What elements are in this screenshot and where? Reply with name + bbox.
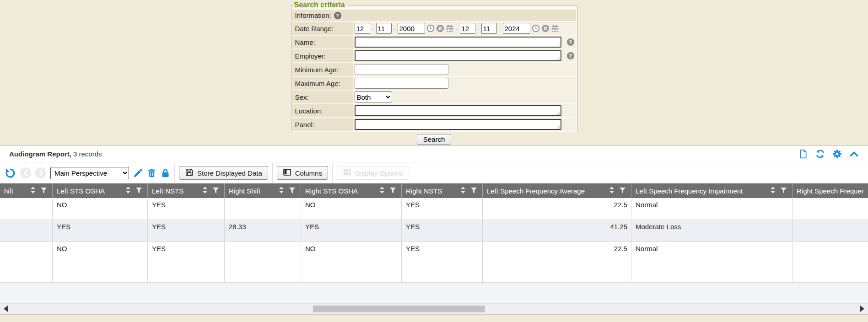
employer-input[interactable]	[355, 50, 561, 61]
clock-icon[interactable]	[532, 24, 540, 32]
filter-icon[interactable]	[136, 187, 142, 195]
column-header[interactable]: Right Speech Frequer	[793, 183, 868, 198]
date-from-year-input[interactable]	[398, 23, 425, 34]
horizontal-scrollbar[interactable]	[0, 303, 868, 314]
information-help-icon[interactable]: ?	[334, 12, 341, 19]
table-row[interactable]: NOYESNOYES22.5Normal	[0, 198, 868, 220]
date-to-day-input[interactable]	[481, 23, 497, 34]
date-range-label: Date Range:	[295, 25, 334, 32]
filter-icon[interactable]	[471, 187, 477, 195]
table-row[interactable]: YESYES28.33YESYES41.25Moderate Loss	[0, 220, 868, 242]
table-body: NOYESNOYES22.5NormalYESYES28.33YESYES41.…	[0, 198, 868, 283]
clear-date-icon[interactable]	[541, 24, 550, 32]
column-header[interactable]: Right Shift	[225, 183, 301, 198]
filter-icon[interactable]	[213, 187, 219, 195]
table-cell: YES	[53, 220, 148, 242]
table-row[interactable]: NOYESNOYES22.5Normal	[0, 242, 868, 283]
clear-date-icon[interactable]	[436, 24, 444, 32]
sort-icon[interactable]	[30, 187, 36, 195]
table-cell: 28.33	[225, 220, 301, 242]
sort-icon[interactable]	[202, 187, 208, 195]
toolbar-separator	[174, 163, 175, 183]
information-label: Information:	[295, 11, 331, 19]
report-title: Audiogram Report,	[9, 150, 71, 158]
employer-label: Employer:	[295, 52, 326, 60]
lock-perspective-icon[interactable]	[161, 168, 170, 178]
panel-input[interactable]	[355, 119, 561, 130]
perspective-select[interactable]: Main Perspective	[50, 167, 129, 179]
form-row-max-age: Maximum Age:	[292, 77, 576, 90]
table-cell: NO	[301, 242, 402, 282]
table-filler-area	[0, 283, 868, 303]
range-separator: -	[455, 25, 458, 32]
column-header-label: Right Speech Frequer	[797, 187, 864, 195]
columns-button[interactable]: Columns	[277, 166, 328, 180]
edit-perspective-icon[interactable]	[133, 168, 143, 178]
column-header[interactable]: Left Speech Frequency Impairment	[631, 183, 793, 198]
location-input[interactable]	[355, 105, 561, 116]
column-header[interactable]: Left NSTS	[148, 183, 225, 198]
refresh-icon[interactable]	[815, 149, 825, 159]
scroll-left-arrow-icon[interactable]	[4, 306, 8, 312]
column-header[interactable]: Left Speech Frequency Average	[483, 183, 631, 198]
max-age-input[interactable]	[355, 78, 448, 89]
column-header-label: hift	[4, 187, 13, 195]
columns-icon	[283, 168, 291, 178]
filter-icon[interactable]	[390, 187, 396, 195]
date-separator: -	[393, 25, 396, 32]
calendar-icon[interactable]	[446, 24, 454, 32]
display-options-button[interactable]: Display Options	[337, 166, 409, 180]
column-header-label: Right Shift	[229, 187, 260, 195]
calendar-icon[interactable]	[551, 24, 559, 32]
max-age-label: Maximum Age:	[295, 80, 340, 87]
store-displayed-data-button[interactable]: Store Displayed Data	[179, 166, 268, 180]
filter-icon[interactable]	[781, 187, 787, 195]
next-perspective-icon[interactable]	[35, 167, 46, 178]
sex-select[interactable]: Both	[355, 91, 392, 102]
sort-icon[interactable]	[125, 187, 131, 195]
form-row-employer: Employer: ?	[292, 49, 576, 62]
scroll-right-arrow-icon[interactable]	[860, 306, 864, 312]
sort-icon[interactable]	[609, 187, 615, 195]
column-header[interactable]: hift	[0, 183, 53, 198]
sort-icon[interactable]	[279, 187, 284, 195]
name-input[interactable]	[355, 37, 561, 48]
date-to-month-input[interactable]	[460, 23, 475, 34]
employer-help-icon[interactable]: ?	[567, 52, 574, 59]
filter-icon[interactable]	[620, 187, 625, 195]
table-cell: Normal	[631, 242, 793, 282]
filter-icon[interactable]	[289, 187, 295, 195]
column-header[interactable]: Left STS OSHA	[53, 183, 148, 198]
new-document-icon[interactable]	[798, 149, 808, 159]
sort-icon[interactable]	[460, 187, 466, 195]
table-cell	[0, 198, 53, 220]
column-header[interactable]: Right STS OSHA	[301, 183, 402, 198]
delete-perspective-icon[interactable]	[147, 168, 156, 178]
panel-title: Audiogram Report, 3 records	[9, 150, 102, 158]
reset-perspective-icon[interactable]	[5, 167, 16, 179]
sort-icon[interactable]	[770, 187, 776, 195]
collapse-panel-icon[interactable]	[849, 149, 859, 159]
gear-icon[interactable]	[832, 149, 842, 159]
filter-icon[interactable]	[41, 187, 47, 195]
table-cell: YES	[402, 198, 483, 220]
search-criteria-fieldset: Search criteria Information: ? Date Rang…	[291, 1, 577, 132]
report-table: hift Left STS OSHA Left NSTS	[0, 183, 868, 314]
form-row-panel: Panel:	[292, 118, 576, 131]
scrollbar-thumb[interactable]	[313, 306, 485, 312]
form-row-date-range: Date Range: - - - - -	[292, 22, 576, 35]
table-cell: 22.5	[483, 242, 631, 282]
previous-perspective-icon[interactable]	[20, 167, 31, 178]
date-from-day-input[interactable]	[376, 23, 392, 34]
column-header[interactable]: Right NSTS	[402, 183, 483, 198]
date-from-month-input[interactable]	[355, 23, 370, 34]
search-button[interactable]: Search	[417, 134, 452, 145]
record-count: 3 records	[73, 150, 102, 158]
date-to-year-input[interactable]	[503, 23, 530, 34]
column-header-label: Left NSTS	[152, 187, 183, 195]
min-age-input[interactable]	[355, 64, 448, 75]
sort-icon[interactable]	[379, 187, 385, 195]
name-help-icon[interactable]: ?	[567, 38, 574, 46]
clock-icon[interactable]	[426, 24, 435, 32]
form-row-name: Name: ?	[292, 36, 576, 48]
